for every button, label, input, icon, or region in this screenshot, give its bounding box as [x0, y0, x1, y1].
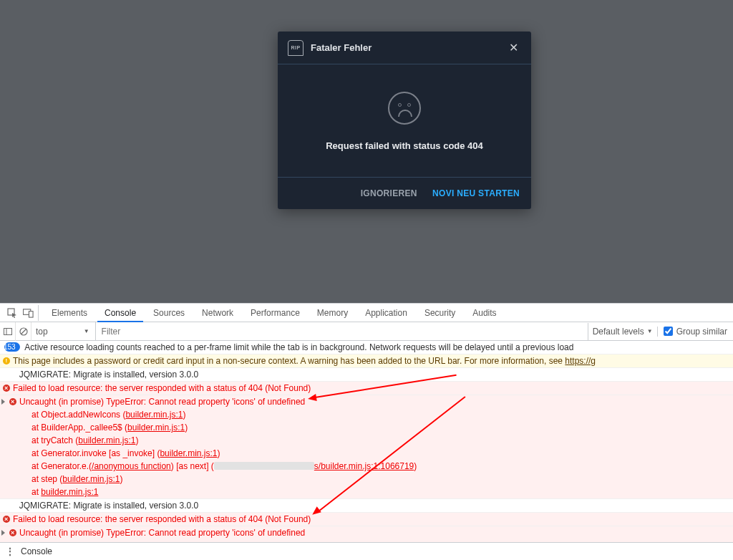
- message-count-badge: 153: [4, 342, 20, 352]
- svg-rect-3: [4, 328, 11, 334]
- stack-frame: at step (builder.min.js:1): [14, 473, 730, 486]
- redacted-text: [214, 462, 314, 470]
- console-row[interactable]: JQMIGRATE: Migrate is installed, version…: [0, 499, 733, 513]
- error-icon: [9, 529, 16, 536]
- source-link[interactable]: /anonymous function: [92, 461, 171, 471]
- source-link[interactable]: s/builder.min.js:1:1066719: [314, 461, 414, 471]
- ignore-button[interactable]: IGNORIEREN: [361, 188, 417, 198]
- log-text: Failed to load resource: the server resp…: [13, 514, 311, 524]
- source-link[interactable]: builder.min.js:1: [78, 435, 135, 445]
- stack-frame: at Object.addNewIcons (builder.min.js:1): [14, 408, 730, 421]
- stack-frame: at Generator.invoke [as _invoke] (builde…: [14, 447, 730, 460]
- error-icon: [9, 398, 16, 405]
- devtools-drawer: ⋮ Console: [0, 542, 733, 560]
- log-text: This page includes a password or credit …: [13, 356, 565, 366]
- dialog-header: RIP Fataler Fehler ✕: [278, 32, 531, 64]
- group-similar-checkbox[interactable]: [664, 327, 673, 336]
- chevron-down-icon: ▼: [84, 328, 89, 334]
- source-link[interactable]: builder.min.js:1: [41, 487, 98, 497]
- chevron-down-icon: ▼: [647, 328, 653, 334]
- source-link[interactable]: builder.min.js:1: [127, 423, 185, 433]
- tab-memory[interactable]: Memory: [310, 304, 355, 322]
- console-toolbar: top ▼ Default levels ▼ Group similar: [0, 322, 733, 341]
- error-icon: [3, 385, 10, 392]
- levels-label: Default levels: [593, 327, 644, 337]
- fatal-error-dialog: RIP Fataler Fehler ✕ Request failed with…: [278, 32, 531, 209]
- svg-rect-2: [29, 311, 33, 317]
- tab-sources[interactable]: Sources: [146, 304, 192, 322]
- source-link[interactable]: builder.min.js:1: [160, 448, 217, 458]
- inspect-element-icon[interactable]: [4, 305, 20, 321]
- group-similar-label: Group similar: [676, 327, 727, 337]
- dialog-title: Fataler Fehler: [311, 42, 372, 53]
- link[interactable]: https://g: [565, 356, 596, 366]
- source-link[interactable]: builder.min.js:1: [62, 474, 120, 484]
- svg-line-6: [21, 329, 26, 334]
- tab-security[interactable]: Security: [417, 304, 462, 322]
- kebab-menu-icon[interactable]: ⋮: [6, 546, 14, 556]
- error-icon: [3, 516, 10, 523]
- console-output: 153 Active resource loading counts reach…: [0, 341, 733, 560]
- console-row[interactable]: This page includes a password or credit …: [0, 354, 733, 368]
- console-row[interactable]: JQMIGRATE: Migrate is installed, version…: [0, 368, 733, 382]
- console-row[interactable]: 153 Active resource loading counts reach…: [0, 341, 733, 354]
- close-icon[interactable]: ✕: [506, 38, 521, 57]
- annotation-arrowhead: [307, 394, 316, 402]
- warning-icon: [3, 357, 10, 365]
- tab-elements[interactable]: Elements: [44, 304, 94, 322]
- source-link[interactable]: builder.min.js:1: [125, 410, 183, 420]
- expand-caret-icon[interactable]: [1, 399, 5, 405]
- device-toolbar-icon[interactable]: [23, 305, 39, 321]
- tab-audits[interactable]: Audits: [465, 304, 503, 322]
- log-text: Uncaught (in promise) TypeError: Cannot …: [19, 528, 305, 538]
- log-text: JQMIGRATE: Migrate is installed, version…: [19, 501, 199, 511]
- tab-console[interactable]: Console: [97, 304, 143, 322]
- log-text: Uncaught (in promise) TypeError: Cannot …: [19, 397, 305, 407]
- drawer-tab-console[interactable]: Console: [21, 546, 52, 556]
- stack-frame: at tryCatch (builder.min.js:1): [14, 434, 730, 447]
- log-text: Active resource loading counts reached t…: [24, 342, 573, 352]
- context-selector[interactable]: top ▼: [31, 322, 96, 341]
- toggle-sidebar-icon[interactable]: [0, 322, 16, 341]
- console-row[interactable]: Failed to load resource: the server resp…: [0, 513, 733, 526]
- tombstone-icon: RIP: [288, 40, 304, 56]
- clear-console-icon[interactable]: [16, 322, 31, 341]
- tab-performance[interactable]: Performance: [243, 304, 307, 322]
- log-text: JQMIGRATE: Migrate is installed, version…: [19, 370, 199, 380]
- tab-application[interactable]: Application: [358, 304, 414, 322]
- dialog-message: Request failed with status code 404: [292, 140, 517, 151]
- stack-frame: at BuilderApp._callee5$ (builder.min.js:…: [14, 421, 730, 434]
- stack-frame: at Generator.e.(/anonymous function) [as…: [14, 460, 730, 473]
- app-background: RIP Fataler Fehler ✕ Request failed with…: [0, 0, 733, 303]
- expand-caret-icon[interactable]: [1, 530, 5, 536]
- group-similar-toggle[interactable]: Group similar: [658, 327, 733, 337]
- log-levels-selector[interactable]: Default levels ▼: [588, 327, 658, 337]
- console-row[interactable]: Uncaught (in promise) TypeError: Cannot …: [0, 395, 733, 499]
- stack-frame: at builder.min.js:1: [14, 486, 730, 498]
- sad-face-icon: [388, 92, 421, 125]
- devtools-panel: Elements Console Sources Network Perform…: [0, 303, 733, 560]
- restart-button[interactable]: NOVI NEU STARTEN: [432, 188, 520, 198]
- filter-input[interactable]: [96, 323, 588, 340]
- tab-network[interactable]: Network: [195, 304, 241, 322]
- log-text: Failed to load resource: the server resp…: [13, 383, 311, 393]
- context-label: top: [36, 327, 48, 337]
- devtools-tab-bar: Elements Console Sources Network Perform…: [0, 304, 733, 322]
